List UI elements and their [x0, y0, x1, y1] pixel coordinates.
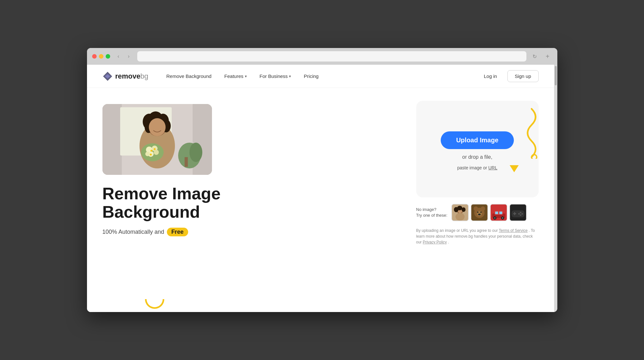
login-button[interactable]: Log in [477, 71, 504, 81]
svg-point-23 [154, 150, 159, 155]
browser-window: ‹ › ↻ + removebg [87, 48, 557, 312]
svg-point-41 [480, 212, 482, 213]
scrollbar[interactable] [554, 65, 557, 312]
nav-for-business[interactable]: For Business ▾ [255, 71, 296, 81]
business-chevron-icon: ▾ [289, 74, 291, 79]
site-navigation: removebg Remove Background Features ▾ Fo… [87, 65, 554, 88]
svg-point-38 [481, 206, 485, 211]
main-content: Remove Image Background 100% Automatical… [87, 88, 554, 312]
svg-point-56 [520, 212, 521, 213]
svg-rect-4 [102, 104, 122, 175]
url-link[interactable]: URL [488, 165, 497, 170]
back-button[interactable]: ‹ [114, 52, 123, 61]
subtitle-text: 100% Automatically and [102, 229, 164, 235]
arc-decoration [145, 299, 164, 309]
nav-features[interactable]: Features ▾ [219, 71, 252, 81]
paste-hint: paste image or URL [457, 165, 497, 170]
tos-text: By uploading an image or URL you agree t… [416, 228, 539, 245]
svg-point-58 [520, 214, 521, 216]
signup-button[interactable]: Sign up [507, 70, 539, 82]
browser-nav-buttons: ‹ › [114, 52, 133, 61]
hero-subtitle: 100% Automatically and Free [102, 228, 397, 236]
new-tab-button[interactable]: + [543, 52, 552, 61]
svg-rect-55 [513, 213, 516, 214]
svg-point-40 [477, 212, 478, 213]
triangle-decoration [510, 165, 519, 172]
scrollbar-thumb[interactable] [555, 66, 557, 85]
person-icon [452, 204, 468, 221]
refresh-button[interactable]: ↻ [530, 52, 539, 61]
svg-rect-47 [499, 212, 502, 214]
upload-image-button[interactable]: Upload Image [441, 131, 514, 149]
svg-point-42 [478, 214, 481, 215]
sample-thumbs [451, 204, 527, 221]
svg-point-51 [502, 217, 503, 219]
logo-icon [102, 71, 113, 81]
sample-images-label: No image?Try one of these: [416, 207, 447, 218]
forward-button[interactable]: › [124, 52, 133, 61]
browser-content-wrapper: removebg Remove Background Features ▾ Fo… [87, 65, 557, 312]
privacy-end: . [448, 240, 449, 244]
sample-thumb-bear[interactable] [471, 204, 488, 221]
hero-scene-svg [102, 104, 212, 175]
nav-pricing[interactable]: Pricing [299, 71, 324, 81]
svg-point-57 [521, 213, 523, 215]
browser-chrome: ‹ › ↻ + [87, 48, 557, 65]
svg-point-34 [456, 213, 465, 221]
address-bar[interactable] [137, 51, 526, 62]
svg-point-37 [474, 206, 478, 211]
svg-rect-10 [185, 157, 188, 167]
drop-hint: or drop a file, [462, 154, 492, 160]
tos-prefix: By uploading an image or URL you agree t… [416, 228, 498, 233]
hero-image-placeholder [102, 104, 212, 175]
nav-remove-background[interactable]: Remove Background [161, 71, 216, 81]
logo-text: removebg [115, 72, 149, 81]
minimize-button[interactable] [99, 54, 103, 59]
svg-point-18 [149, 118, 166, 136]
svg-point-59 [518, 213, 520, 215]
car-icon [491, 204, 507, 221]
squiggle-decoration [519, 107, 544, 160]
nav-actions: Log in Sign up [477, 70, 539, 82]
svg-point-25 [150, 150, 152, 152]
maximize-button[interactable] [106, 54, 110, 59]
controller-icon [510, 204, 526, 221]
svg-point-32 [457, 206, 462, 210]
svg-point-27 [150, 154, 152, 156]
hero-left: Remove Image Background 100% Automatical… [102, 101, 397, 236]
traffic-lights [92, 54, 110, 59]
browser-content: removebg Remove Background Features ▾ Fo… [87, 65, 554, 312]
hero-title: Remove Image Background [102, 185, 397, 221]
features-chevron-icon: ▾ [245, 74, 247, 79]
svg-point-9 [189, 143, 202, 162]
sample-images-row: No image?Try one of these: [416, 204, 539, 221]
privacy-link[interactable]: Privacy Policy [423, 240, 447, 244]
svg-point-50 [494, 217, 495, 219]
tos-link[interactable]: Terms of Service [499, 228, 527, 233]
sample-thumb-controller[interactable] [509, 204, 527, 221]
bear-icon [471, 204, 487, 221]
close-button[interactable] [92, 54, 97, 59]
sample-thumb-person[interactable] [451, 204, 469, 221]
nav-links: Remove Background Features ▾ For Busines… [161, 71, 477, 81]
sample-thumb-car[interactable] [490, 204, 507, 221]
logo[interactable]: removebg [102, 71, 149, 81]
hero-image [102, 104, 212, 175]
svg-point-33 [462, 207, 466, 212]
svg-point-24 [145, 152, 150, 156]
svg-point-26 [154, 148, 156, 150]
paste-text: paste image or [457, 165, 487, 170]
svg-rect-46 [495, 212, 498, 214]
free-badge: Free [167, 228, 188, 236]
